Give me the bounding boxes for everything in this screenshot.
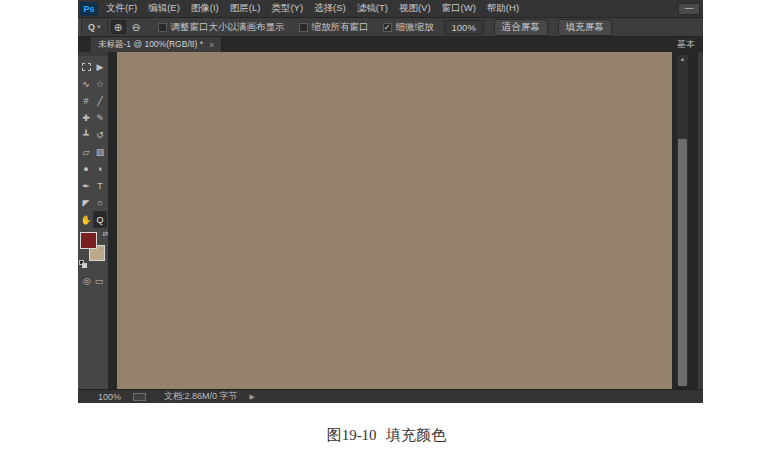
lasso-tool[interactable]: ∿ (79, 75, 93, 92)
eraser-tool[interactable]: ▱ (79, 143, 93, 160)
zoom-level-field[interactable]: 100% (98, 392, 121, 402)
color-swatches: ⇄ (78, 232, 108, 268)
pen-tool[interactable]: ✒ (79, 177, 93, 194)
clone-stamp-tool[interactable]: ┻ (79, 126, 93, 143)
hand-tool[interactable]: ✋ (79, 211, 93, 228)
path-selection-tool[interactable]: ◤ (79, 194, 93, 211)
canvas[interactable] (117, 52, 672, 389)
figure-caption: 图19-10 填充颜色 (0, 426, 773, 445)
document-tab-label: 未标题-1 @ 100%(RGB/8) * (98, 39, 203, 51)
marquee-icon (82, 63, 91, 71)
document-tab-bar: 未标题-1 @ 100%(RGB/8) * × 基本功能 (78, 37, 703, 52)
tool-preset-picker[interactable]: Q ▾ (82, 18, 108, 36)
menu-items: 文件(F) 编辑(E) 图像(I) 图层(L) 类型(Y) 选择(S) 滤镜(T… (106, 2, 519, 15)
history-brush-tool[interactable]: ↺ (93, 126, 107, 143)
zoom-out-button[interactable]: ⊖ (129, 20, 144, 34)
menu-select[interactable]: 选择(S) (314, 2, 346, 15)
blur-tool[interactable]: ● (79, 160, 93, 177)
photoshop-logo-icon: Ps (80, 2, 98, 16)
photoshop-window: Ps 文件(F) 编辑(E) 图像(I) 图层(L) 类型(Y) 选择(S) 滤… (78, 0, 703, 403)
dodge-tool[interactable]: ◖ (93, 160, 107, 177)
rectangular-marquee-tool[interactable] (79, 58, 93, 75)
options-bar: Q ▾ ⊕ ⊖ 调整窗口大小以满画布显示 缩放所有窗口 ✓ 细微缩放 100% … (78, 18, 703, 37)
eyedropper-tool[interactable]: ╱ (93, 92, 107, 109)
status-popup-arrow-icon[interactable]: ▶ (250, 393, 255, 401)
document-size-info: 文档:2.86M/0 字节 (164, 390, 238, 403)
menu-type[interactable]: 类型(Y) (271, 2, 303, 15)
document-icon (133, 393, 146, 401)
menu-file[interactable]: 文件(F) (106, 2, 137, 15)
scrubby-zoom-checkbox[interactable]: ✓ (383, 23, 392, 32)
menu-window[interactable]: 窗口(W) (442, 2, 476, 15)
zoom-tool-icon: Q (88, 22, 95, 32)
document-tab[interactable]: 未标题-1 @ 100%(RGB/8) * × (91, 37, 222, 52)
vertical-scrollbar-thumb[interactable] (678, 139, 687, 386)
scrubby-zoom-option[interactable]: ✓ 细微缩放 (383, 21, 434, 34)
zoom-all-windows-label: 缩放所有窗口 (312, 21, 369, 34)
workspace-switcher[interactable]: 基本功能 (677, 37, 703, 52)
tools-panel-modes: ◎ ▭ (83, 276, 103, 286)
menu-help[interactable]: 帮助(H) (487, 2, 519, 15)
menu-view[interactable]: 视图(V) (399, 2, 431, 15)
panel-dock-edge (698, 52, 703, 389)
chevron-down-icon: ▾ (97, 23, 101, 31)
minimize-button[interactable]: — (678, 3, 700, 15)
default-colors-icon[interactable] (79, 260, 88, 268)
canvas-gutter-right: ▲ (672, 52, 703, 389)
fill-screen-button[interactable]: 填充屏幕 (558, 19, 612, 36)
brush-tool[interactable]: ✎ (93, 109, 107, 126)
resize-windows-to-fit-option[interactable]: 调整窗口大小以满画布显示 (158, 21, 285, 34)
actual-pixels-button[interactable]: 100% (444, 20, 484, 35)
zoom-all-windows-option[interactable]: 缩放所有窗口 (299, 21, 369, 34)
scrubby-zoom-label: 细微缩放 (396, 21, 434, 34)
status-bar: 100% 文档:2.86M/0 字节 ▶ (78, 389, 703, 403)
main-area: ▶ ∿ ☆ # ╱ ✚ ✎ ┻ ↺ ▱ ▨ ● (78, 52, 703, 389)
scroll-up-icon[interactable]: ▲ (677, 55, 688, 64)
menu-image[interactable]: 图像(I) (191, 2, 219, 15)
tools-panel-header[interactable] (78, 52, 108, 56)
gradient-tool[interactable]: ▨ (93, 143, 107, 160)
swap-colors-icon[interactable]: ⇄ (102, 230, 108, 238)
close-icon[interactable]: × (209, 40, 214, 50)
menu-layer[interactable]: 图层(L) (230, 2, 261, 15)
screen-mode-icon[interactable]: ▭ (95, 276, 104, 286)
fit-screen-button[interactable]: 适合屏幕 (494, 19, 548, 36)
menu-filter[interactable]: 滤镜(T) (357, 2, 388, 15)
foreground-color-swatch[interactable] (80, 232, 97, 249)
zoom-tool[interactable]: Q (93, 211, 107, 228)
vertical-scrollbar[interactable]: ▲ (676, 54, 689, 385)
move-tool[interactable]: ▶ (93, 58, 107, 75)
menu-bar: Ps 文件(F) 编辑(E) 图像(I) 图层(L) 类型(Y) 选择(S) 滤… (78, 0, 703, 18)
crop-tool[interactable]: # (79, 92, 93, 109)
resize-windows-checkbox[interactable] (158, 23, 167, 32)
canvas-gutter-left (108, 52, 117, 389)
menu-edit[interactable]: 编辑(E) (148, 2, 180, 15)
resize-windows-label: 调整窗口大小以满画布显示 (171, 21, 285, 34)
tools-panel: ▶ ∿ ☆ # ╱ ✚ ✎ ┻ ↺ ▱ ▨ ● (78, 52, 108, 389)
healing-brush-tool[interactable]: ✚ (79, 109, 93, 126)
quick-mask-icon[interactable]: ◎ (83, 276, 91, 286)
zoom-in-button[interactable]: ⊕ (111, 20, 126, 34)
ellipse-tool[interactable]: ○ (93, 194, 107, 211)
quick-selection-tool[interactable]: ☆ (93, 75, 107, 92)
type-tool[interactable]: T (93, 177, 107, 194)
zoom-all-windows-checkbox[interactable] (299, 23, 308, 32)
